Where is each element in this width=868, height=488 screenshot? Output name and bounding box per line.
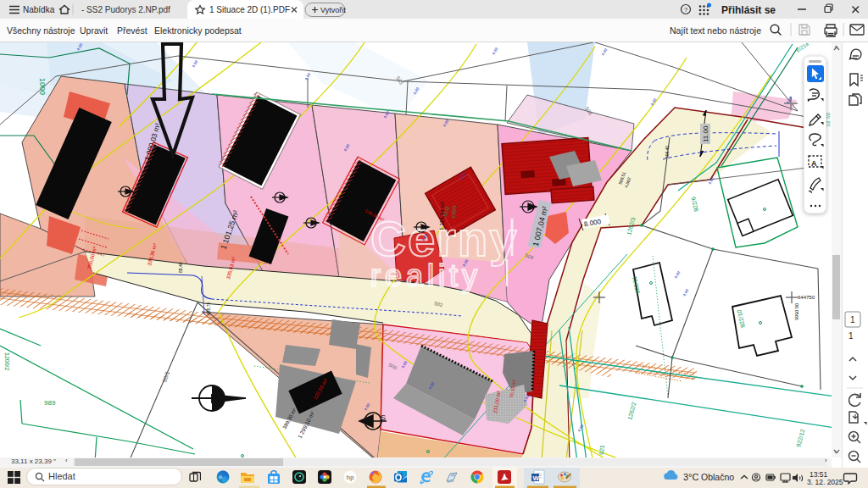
svg-text:?: ? <box>684 6 687 14</box>
svg-text:1000: 1000 <box>38 78 47 95</box>
svg-text:644750: 644750 <box>798 295 815 300</box>
svg-text:3. 12. 2025: 3. 12. 2025 <box>807 478 843 486</box>
svg-text:13:51: 13:51 <box>810 470 828 479</box>
svg-text:Oblačno: Oblačno <box>701 472 734 482</box>
svg-text:hp: hp <box>346 474 354 481</box>
svg-text:Vytvořit: Vytvořit <box>320 6 346 14</box>
svg-text:- SS2 Pudorys 2.NP.pdf: - SS2 Pudorys 2.NP.pdf <box>81 5 170 14</box>
svg-text:3°C: 3°C <box>683 472 699 482</box>
svg-text:A: A <box>811 159 817 168</box>
svg-text:11.00: 11.00 <box>702 125 709 142</box>
svg-text:989: 989 <box>44 399 56 407</box>
svg-text:498,75: 498,75 <box>206 302 211 315</box>
svg-text:Přihlásit se: Přihlásit se <box>721 4 776 16</box>
svg-text:00.0566: 00.0566 <box>794 303 799 320</box>
svg-text:1200/2: 1200/2 <box>4 352 10 371</box>
svg-text:Nabídka: Nabídka <box>23 5 55 14</box>
svg-text:88,40: 88,40 <box>178 262 183 273</box>
svg-text:506 40: 506 40 <box>665 145 670 158</box>
svg-text:1 Situace 2D (1).PDF: 1 Situace 2D (1).PDF <box>209 5 290 14</box>
svg-text:921: 921 <box>598 445 605 455</box>
svg-text:W: W <box>533 474 540 482</box>
svg-text:1: 1 <box>850 315 855 324</box>
svg-text:1: 1 <box>849 331 854 341</box>
